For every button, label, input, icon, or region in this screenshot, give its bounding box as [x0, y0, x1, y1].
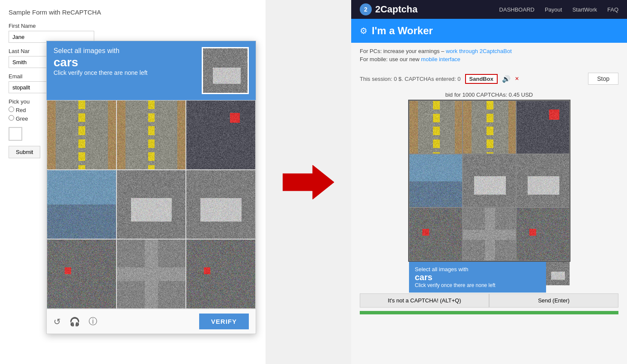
- worker-cell-3[interactable]: [516, 101, 570, 154]
- worker-captcha-area: Select all images with cars Click verify…: [351, 100, 627, 293]
- worker-cell-9[interactable]: [516, 207, 570, 261]
- captcha-header: Select all images with cars Click verify…: [47, 41, 256, 100]
- session-bar: This session: 0 $. CAPTCHAs entered: 0 S…: [351, 69, 627, 88]
- nav-faq[interactable]: FAQ: [607, 6, 618, 13]
- worker-cell-8[interactable]: [463, 207, 516, 261]
- nav-payout[interactable]: Payout: [545, 6, 562, 13]
- sandbox-badge: SandBox: [465, 74, 498, 84]
- logo-area: 2 2Captcha: [360, 3, 418, 15]
- captcha-cell-5[interactable]: [116, 170, 186, 240]
- worker-object-text: cars: [415, 272, 540, 282]
- logo-icon: 2: [360, 3, 372, 15]
- worker-cell-2[interactable]: [463, 101, 516, 154]
- logo-text: 2Captcha: [375, 4, 418, 15]
- checkbox-box[interactable]: [9, 127, 22, 141]
- captcha-grid: [47, 100, 256, 309]
- worker-cell-6[interactable]: [516, 154, 570, 207]
- worker-verify-text: Click verify once there are none left: [415, 282, 540, 288]
- form-title: Sample Form with ReCAPTCHA: [9, 9, 257, 16]
- captcha-cell-1[interactable]: [47, 100, 116, 170]
- top-nav: 2 2Captcha DASHBOARD Payout StartWork FA…: [351, 0, 627, 19]
- right-panel: 2 2Captcha DASHBOARD Payout StartWork FA…: [351, 0, 627, 364]
- mute-icon: ✕: [515, 76, 519, 82]
- submit-button[interactable]: Submit: [9, 146, 40, 158]
- captcha-widget: Select all images with cars Click verify…: [46, 41, 256, 334]
- captcha-cell-7[interactable]: [47, 239, 116, 309]
- worker-select-text: Select all images with: [415, 266, 540, 272]
- pcs-link[interactable]: work through 2CaptchaBot: [446, 48, 512, 54]
- info-bar: For PCs: increase your earnings – work t…: [351, 43, 627, 69]
- svg-marker-0: [283, 165, 334, 199]
- nav-dashboard[interactable]: DASHBOARD: [499, 6, 534, 13]
- info-icon[interactable]: ⓘ: [89, 316, 97, 327]
- first-name-field: First Name: [9, 23, 257, 43]
- worker-cell-1[interactable]: [409, 101, 463, 154]
- captcha-verify-text: Click verify once there are none left: [54, 69, 195, 76]
- worker-cell-5[interactable]: [463, 154, 516, 207]
- captcha-cell-4[interactable]: [47, 170, 116, 240]
- nav-startwork[interactable]: StartWork: [572, 6, 597, 13]
- worker-cell-4[interactable]: [409, 154, 463, 207]
- captcha-object-text: cars: [54, 56, 195, 69]
- captcha-footer: ↺ 🎧 ⓘ VERIFY: [47, 309, 256, 334]
- worker-cell-7[interactable]: [409, 207, 463, 261]
- captcha-thumb-canvas: [203, 48, 249, 94]
- progress-bar: [360, 311, 618, 314]
- info-mobile: For mobile: use our new mobile interface: [360, 56, 618, 62]
- captcha-cell-6[interactable]: [186, 170, 256, 240]
- worker-captcha-instruction: Select all images with cars Click verify…: [409, 262, 546, 293]
- info-pcs: For PCs: increase your earnings – work t…: [360, 48, 618, 54]
- worker-icon: ⚙: [360, 26, 367, 36]
- worker-title: I'm a Worker: [372, 25, 433, 37]
- right-arrow-icon: [283, 165, 334, 199]
- audio-icon[interactable]: 🎧: [69, 317, 80, 327]
- radio-green[interactable]: [9, 115, 14, 121]
- worker-captcha-instruction-row: Select all images with cars Click verify…: [409, 262, 570, 293]
- bottom-actions: It's not a CAPTCHA! (ALT+Q) Send (Enter): [360, 293, 618, 308]
- captcha-thumbnail: [202, 47, 249, 94]
- captcha-header-text: Select all images with cars Click verify…: [54, 47, 195, 76]
- not-captcha-button[interactable]: It's not a CAPTCHA! (ALT+Q): [360, 293, 489, 308]
- bid-text: bid for 1000 CAPTCHAs: 0.45 USD: [351, 88, 627, 100]
- captcha-select-text: Select all images with: [54, 47, 195, 55]
- volume-icon[interactable]: 🔊: [502, 75, 511, 83]
- worker-thumb-small: [546, 262, 570, 285]
- radio-red[interactable]: [9, 107, 14, 112]
- mobile-link[interactable]: mobile interface: [421, 56, 460, 62]
- verify-button[interactable]: VERIFY: [199, 314, 249, 329]
- captcha-cell-8[interactable]: [116, 239, 186, 309]
- left-panel: Sample Form with ReCAPTCHA First Name La…: [0, 0, 266, 364]
- stop-button[interactable]: Stop: [588, 73, 618, 85]
- refresh-icon[interactable]: ↺: [54, 317, 61, 327]
- worker-header: ⚙ I'm a Worker: [351, 19, 627, 43]
- captcha-cell-9[interactable]: [186, 239, 256, 309]
- captcha-icons: ↺ 🎧 ⓘ: [54, 316, 97, 327]
- captcha-cell-2[interactable]: [116, 100, 186, 170]
- session-text: This session: 0 $. CAPTCHAs entered: 0: [360, 76, 461, 82]
- first-name-label: First Name: [9, 23, 257, 29]
- send-button[interactable]: Send (Enter): [489, 293, 618, 308]
- nav-links: DASHBOARD Payout StartWork FAQ: [499, 6, 618, 13]
- worker-instruction-text: Select all images with cars Click verify…: [415, 266, 540, 288]
- arrow-section: [266, 0, 351, 364]
- worker-captcha-grid: [408, 100, 570, 262]
- captcha-cell-3[interactable]: [186, 100, 256, 170]
